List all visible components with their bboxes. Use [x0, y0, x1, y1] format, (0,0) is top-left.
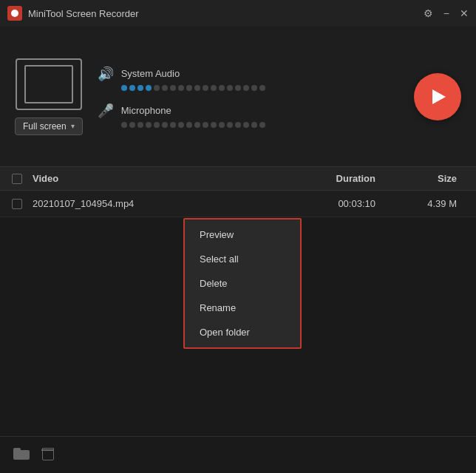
trash-icon: [41, 447, 53, 460]
minimize-button[interactable]: −: [443, 8, 449, 18]
audio-dot: [227, 85, 233, 91]
audio-dot: [121, 85, 127, 91]
main-controls: Full screen ▾ 🔊 System Audio 🎤 Microphon…: [0, 27, 476, 167]
audio-dot: [227, 122, 233, 128]
table-row[interactable]: 20210107_104954.mp4 00:03:10 4.39 M: [0, 191, 476, 217]
audio-dot: [137, 85, 143, 91]
app-logo: [7, 6, 22, 21]
open-folder-button[interactable]: [13, 448, 30, 462]
header-video: Video: [33, 173, 294, 184]
microphone-label-row: 🎤 Microphone: [98, 103, 399, 119]
row-duration: 00:03:10: [294, 198, 390, 209]
audio-dot: [219, 85, 225, 91]
microphone-label: Microphone: [121, 105, 171, 116]
system-audio-label: System Audio: [121, 68, 180, 79]
audio-dot: [203, 122, 208, 128]
audio-dot: [162, 85, 168, 91]
chevron-down-icon: ▾: [71, 122, 75, 130]
context-open-folder[interactable]: Open folder: [185, 320, 300, 344]
audio-dot: [178, 122, 184, 128]
audio-dot: [211, 122, 217, 128]
audio-dot: [211, 85, 217, 91]
audio-dot: [194, 122, 200, 128]
context-select-all[interactable]: Select all: [185, 247, 300, 271]
audio-dot: [137, 122, 143, 128]
speaker-icon: 🔊: [98, 66, 114, 82]
audio-dot: [243, 85, 249, 91]
header-checkbox-col: [12, 174, 33, 184]
audio-dot: [154, 85, 160, 91]
audio-dot: [170, 122, 176, 128]
audio-dot: [251, 122, 257, 128]
system-audio-label-row: 🔊 System Audio: [98, 66, 399, 82]
table-body: 20210107_104954.mp4 00:03:10 4.39 M: [0, 191, 476, 217]
context-menu: Preview Select all Delete Rename Open fo…: [183, 218, 302, 349]
audio-dot: [129, 85, 135, 91]
audio-dot: [235, 85, 241, 91]
app-title: MiniTool Screen Recorder: [28, 8, 424, 19]
microphone-dots: [98, 122, 399, 128]
audio-dot: [186, 85, 192, 91]
audio-dot: [219, 122, 225, 128]
record-button[interactable]: [414, 73, 461, 120]
delete-button[interactable]: [41, 447, 53, 463]
audio-dot: [243, 122, 249, 128]
play-icon: [432, 89, 446, 104]
header-size: Size: [390, 173, 464, 184]
row-checkbox[interactable]: [12, 199, 22, 209]
audio-dot: [259, 85, 265, 91]
audio-dot: [162, 122, 168, 128]
context-rename[interactable]: Rename: [185, 296, 300, 320]
audio-dot: [178, 85, 184, 91]
bottom-toolbar: [0, 436, 476, 473]
header-duration: Duration: [294, 173, 390, 184]
title-controls: ⚙ − ✕: [424, 8, 469, 18]
audio-dot: [259, 122, 265, 128]
system-audio-row: 🔊 System Audio: [98, 66, 399, 91]
audio-controls: 🔊 System Audio 🎤 Microphone: [98, 58, 399, 135]
screen-preview-frame: [16, 58, 82, 110]
capture-area: Full screen ▾: [15, 58, 83, 135]
folder-icon: [13, 448, 30, 460]
title-bar: MiniTool Screen Recorder ⚙ − ✕: [0, 0, 476, 27]
audio-dot: [146, 122, 152, 128]
row-size: 4.39 M: [390, 198, 464, 209]
microphone-row: 🎤 Microphone: [98, 103, 399, 128]
settings-button[interactable]: ⚙: [424, 8, 433, 18]
audio-dot: [186, 122, 192, 128]
close-button[interactable]: ✕: [460, 8, 469, 18]
audio-dot: [251, 85, 257, 91]
audio-dot: [129, 122, 135, 128]
audio-dot: [235, 122, 241, 128]
context-delete[interactable]: Delete: [185, 271, 300, 296]
system-audio-dots: [98, 85, 399, 91]
row-checkbox-col: [12, 199, 33, 209]
context-preview[interactable]: Preview: [185, 222, 300, 247]
audio-dot: [170, 85, 176, 91]
select-all-checkbox[interactable]: [12, 174, 22, 184]
microphone-icon: 🎤: [98, 103, 114, 119]
audio-dot: [146, 85, 152, 91]
audio-dot: [121, 122, 127, 128]
fullscreen-button[interactable]: Full screen ▾: [15, 118, 83, 135]
audio-dot: [154, 122, 160, 128]
fullscreen-label: Full screen: [23, 121, 67, 132]
app-logo-inner: [11, 10, 18, 17]
audio-dot: [203, 85, 208, 91]
audio-dot: [194, 85, 200, 91]
row-filename: 20210107_104954.mp4: [33, 198, 294, 209]
table-header: Video Duration Size: [0, 167, 476, 191]
